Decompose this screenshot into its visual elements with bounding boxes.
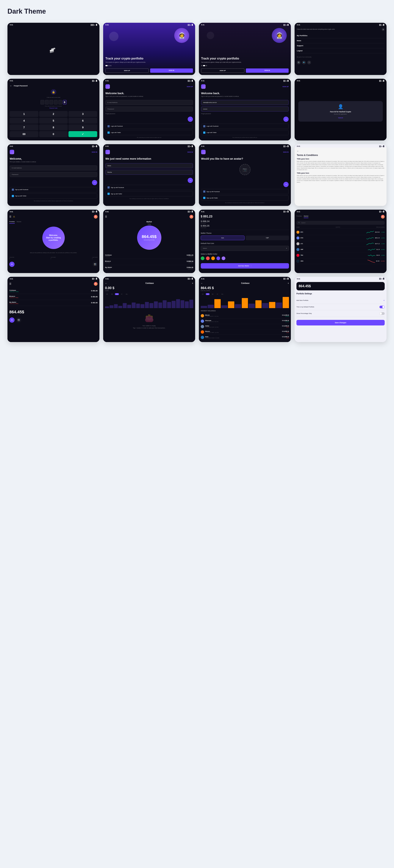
menu-item-portfolios[interactable]: My Portfolios <box>297 33 384 38</box>
more-info-fab[interactable]: → <box>188 178 193 183</box>
chart-back[interactable]: ← <box>201 282 203 285</box>
pa-mywallet[interactable]: My Wallet -$ 35.18 (+1.96%) $ 453.45 <box>9 300 97 306</box>
tw-signup-btn-2[interactable]: t Sign up with Twitter <box>105 191 193 196</box>
setting-default[interactable]: This is my Default Portfolio <box>297 304 385 310</box>
avatar-fab[interactable]: → <box>283 182 289 187</box>
num-confirm[interactable]: ✓ <box>68 131 97 137</box>
signup-btn-1[interactable]: SIGN UP <box>105 68 149 73</box>
terms-back-btn[interactable]: ← <box>297 150 384 152</box>
wallet-binance[interactable]: Binance Last week $ 898.34 Last week <box>105 259 193 265</box>
menu-item-logout[interactable]: Logout <box>297 48 384 53</box>
fiat-select[interactable]: Select ▾ <box>201 246 289 251</box>
facebook-icon[interactable]: f <box>307 61 311 64</box>
filter-all[interactable]: ALL <box>125 293 129 295</box>
signin-fab[interactable]: → <box>188 117 193 122</box>
theme-opt-light[interactable]: Light <box>246 236 289 240</box>
bell-icon[interactable]: 🔔 <box>13 216 15 218</box>
otp-box-2[interactable] <box>45 100 49 104</box>
save-changes-btn[interactable]: Save Changes <box>297 320 385 326</box>
default-toggle[interactable] <box>380 306 385 308</box>
num-5[interactable]: 5 <box>39 118 68 124</box>
hamburger-icon-2[interactable]: ☰ <box>105 215 107 218</box>
facebook-btn-2[interactable]: f Login with Facebook <box>201 124 289 129</box>
num-4[interactable]: 4 <box>10 118 38 124</box>
chart-btn[interactable]: 📊 <box>92 262 97 267</box>
otp-box-4[interactable] <box>54 100 58 104</box>
wdetail-back[interactable]: ← <box>105 282 107 285</box>
signin-nav-link[interactable]: SIGN IN <box>92 151 97 153</box>
otp-box-5[interactable] <box>58 100 62 104</box>
twitter-btn-2[interactable]: t Login with Twitter <box>201 130 289 135</box>
pa-binance[interactable]: Binance -$ 35.18 (+7.34%) $ 453.45 <box>9 294 97 300</box>
filter-1m[interactable]: 1M <box>110 293 114 295</box>
num-9[interactable]: 9 <box>68 124 97 130</box>
cancel-btn[interactable]: Cancel <box>301 117 380 119</box>
num-8[interactable]: 8 <box>39 124 68 130</box>
forgot-link[interactable]: Forgot password <box>105 113 193 114</box>
email-field-filled[interactable]: dana@rocha.com.br <box>201 100 289 105</box>
signin-nav-link-2[interactable]: SIGN IN <box>187 151 193 153</box>
email-field-signup[interactable]: E-mail Address <box>10 165 97 170</box>
lastname-field[interactable]: Rocha <box>105 170 193 175</box>
market-tab-2[interactable]: Market <box>304 215 308 218</box>
search-bar[interactable]: 🔍 Search <box>297 221 385 225</box>
chart-filter-1m[interactable]: 1M <box>206 293 210 295</box>
otp-boxes[interactable]: 6 <box>10 100 97 104</box>
signin-nav-link-3[interactable]: SIGN IN <box>283 151 289 153</box>
tw-signup-btn[interactable]: t Sign up with Twitter <box>10 193 97 198</box>
signin-fab-2[interactable]: → <box>283 117 289 122</box>
wallet-coinbase[interactable]: Coinbase Yesterday $ 891.23 Yesterday <box>105 253 193 259</box>
holding-xlm[interactable]: Stellar 1.60842811 XLM / 12.41% $ 14,356… <box>201 324 289 329</box>
color-green[interactable] <box>201 256 205 260</box>
chart-filter-1w[interactable]: 1W <box>201 293 205 295</box>
signup-fab[interactable]: → <box>92 180 97 185</box>
fb-signup-btn-2[interactable]: f Sign up with Facebook <box>105 185 193 190</box>
signup-btn-2[interactable]: SIGN UP <box>201 68 244 73</box>
signup-nav-link-2[interactable]: SIGN UP <box>282 86 289 88</box>
otp-box-3[interactable] <box>50 100 53 104</box>
num-3[interactable]: 3 <box>68 111 97 117</box>
add-wallet-btn[interactable]: Add New Wallet → <box>201 263 289 269</box>
menu-item-news[interactable]: News <box>297 38 384 43</box>
pa-coinbase[interactable]: Coinbase +$ 35.18 (+7.34%) $ 453.45 <box>9 288 97 294</box>
coin-row-trx[interactable]: TRX $0.04 +2.65% <box>297 252 385 258</box>
filter-3m[interactable]: 3M <box>115 293 119 295</box>
coin-row-ltc[interactable]: LTC $147.12 +7.16% <box>297 241 385 247</box>
firstname-field[interactable]: Dana <box>105 163 193 168</box>
setting-show-pct[interactable]: Show Percentage Only <box>297 310 385 317</box>
add-wallet-fab[interactable]: + <box>9 317 14 323</box>
signin-btn-1[interactable]: SIGN IN <box>150 68 193 73</box>
signin-btn-2[interactable]: SIGN IN <box>246 68 289 73</box>
twitter-btn[interactable]: t Login with Twitter <box>105 130 193 135</box>
forgot-link-2[interactable]: Forgot password <box>201 113 289 114</box>
color-light-purple[interactable] <box>222 256 225 260</box>
holding-eth[interactable]: Ethereum 1.60842811 ETH / 38.14% $ 14,35… <box>201 318 289 324</box>
resend-link[interactable]: Resend Code <box>10 107 97 109</box>
fb-signup-btn[interactable]: f Sign up with Facebook <box>10 187 97 192</box>
facebook-btn[interactable]: f Login with Facebook <box>105 124 193 129</box>
email-field[interactable]: E-mail Address <box>105 100 193 105</box>
num-2[interactable]: 2 <box>39 111 68 117</box>
portfolio-tab[interactable]: Portfolio <box>9 221 15 224</box>
holding-btc[interactable]: Bitcoin 0.30648418 BTC / 19.71% $ 14,166… <box>201 313 289 318</box>
coin-row-eth[interactable]: ETH $891.34 +2.64% <box>297 235 385 241</box>
filter-1w[interactable]: 1W <box>105 293 109 295</box>
instagram-icon[interactable]: 📷 <box>297 61 301 64</box>
hamburger-icon[interactable]: ☰ <box>9 215 11 218</box>
password-field-signup[interactable]: Password <box>10 172 97 177</box>
back-btn[interactable]: ← <box>10 84 12 87</box>
market-tab[interactable]: Market <box>17 221 21 224</box>
chart-filter-1y[interactable]: 1Y <box>216 293 219 295</box>
num-0[interactable]: 0 <box>39 131 68 137</box>
password-field[interactable]: Password <box>105 106 193 112</box>
portfolio-tab-2[interactable]: Portfolio <box>297 215 302 218</box>
market-tab-label[interactable]: Market <box>105 221 193 223</box>
num-00[interactable]: 00 <box>10 131 38 137</box>
coin-row-ada[interactable]: ADA $0.48 -13.46% <box>297 258 385 264</box>
color-orange[interactable] <box>211 256 215 260</box>
color-purple[interactable] <box>216 256 220 260</box>
wallet-mywallet[interactable]: My Wallet Last month $ 854.35 Last month <box>105 265 193 271</box>
show-pct-toggle[interactable] <box>380 312 385 315</box>
setting-add-portfolio[interactable]: Add New Portfolio + <box>297 297 385 304</box>
avatar-upload-circle[interactable]: 📷 <box>239 164 250 175</box>
